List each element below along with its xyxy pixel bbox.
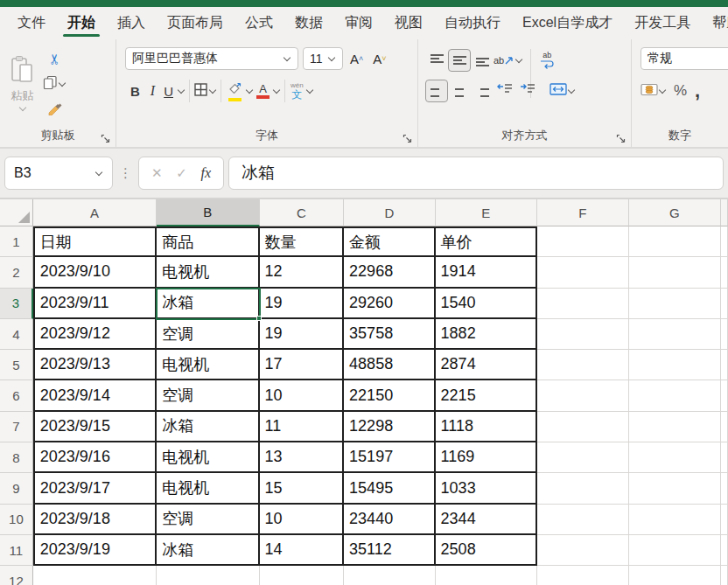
underline-button[interactable]: U — [160, 82, 177, 101]
cell-D2[interactable]: 22968 — [344, 257, 436, 288]
tab-help[interactable]: 帮助 — [712, 7, 728, 39]
cell-C3[interactable]: 19 — [260, 289, 345, 319]
cell-C11[interactable]: 14 — [260, 535, 345, 566]
name-box[interactable]: B3 — [4, 157, 113, 190]
cell-A6[interactable]: 2023/9/14 — [33, 380, 157, 411]
cell-F4[interactable] — [537, 319, 629, 350]
tab-file[interactable]: 文件 — [18, 7, 46, 39]
cell-F3[interactable] — [537, 289, 628, 319]
align-left-button[interactable] — [425, 80, 448, 102]
align-top-button[interactable] — [425, 49, 448, 72]
grip-dots-icon[interactable]: ⋮ — [117, 165, 134, 181]
cell-B9[interactable]: 电视机 — [157, 473, 259, 504]
cell-G7[interactable] — [629, 412, 721, 442]
tab-page-layout[interactable]: 页面布局 — [167, 7, 223, 39]
increase-font-button[interactable]: A˄ — [347, 51, 366, 67]
cell-E9[interactable]: 1033 — [436, 473, 537, 504]
cell-B6[interactable]: 空调 — [157, 380, 259, 411]
cell-G8[interactable] — [629, 442, 721, 473]
cell-G2[interactable] — [629, 257, 721, 288]
orientation-button[interactable]: ab — [494, 55, 514, 66]
cell-C1[interactable]: 数量 — [260, 226, 345, 257]
enter-button[interactable]: ✓ — [176, 165, 187, 181]
column-header-A[interactable]: A — [33, 199, 157, 226]
cell-F1[interactable] — [537, 226, 629, 257]
font-color-button[interactable]: A — [254, 82, 272, 100]
cell-A9[interactable]: 2023/9/17 — [33, 473, 157, 504]
cell-F2[interactable] — [537, 257, 629, 288]
cell-D12[interactable] — [344, 566, 436, 585]
tab-formulas[interactable]: 公式 — [245, 7, 273, 39]
column-header-F[interactable]: F — [537, 199, 629, 226]
tab-automate[interactable]: 自动执行 — [444, 7, 500, 39]
cell-A3[interactable]: 2023/9/11 — [33, 289, 157, 319]
tab-excel-self-study[interactable]: Excel自学成才 — [522, 7, 612, 39]
cell-F7[interactable] — [537, 412, 629, 442]
cell-C12[interactable] — [260, 566, 345, 585]
row-header-5[interactable]: 5 — [0, 350, 33, 380]
number-format-select[interactable]: 常规 — [640, 47, 728, 70]
cell-F11[interactable] — [537, 535, 629, 566]
cell-A1[interactable]: 日期 — [33, 226, 157, 257]
cancel-button[interactable]: ✕ — [151, 165, 163, 181]
column-header-G[interactable]: G — [629, 199, 721, 226]
cell-F9[interactable] — [537, 473, 629, 504]
cell-C4[interactable]: 19 — [260, 319, 345, 350]
cell-F5[interactable] — [537, 350, 629, 380]
tab-developer[interactable]: 开发工具 — [634, 7, 690, 39]
row-header-6[interactable]: 6 — [0, 380, 33, 411]
cell-B5[interactable]: 电视机 — [157, 350, 259, 380]
tab-data[interactable]: 数据 — [295, 7, 323, 39]
column-header-B[interactable]: B — [157, 199, 259, 226]
cell-G1[interactable] — [629, 226, 721, 257]
cell-F6[interactable] — [537, 380, 629, 411]
cell-G9[interactable] — [629, 473, 721, 504]
cell-G11[interactable] — [629, 535, 721, 566]
cell-A8[interactable]: 2023/9/16 — [33, 442, 157, 473]
cell-D8[interactable]: 15197 — [344, 442, 436, 473]
row-header-8[interactable]: 8 — [0, 442, 33, 473]
accounting-format-button[interactable] — [640, 83, 667, 100]
cell-D3[interactable]: 29260 — [344, 289, 436, 319]
cell-D5[interactable]: 48858 — [344, 350, 436, 380]
phonetic-button[interactable]: wén 文 — [289, 82, 305, 100]
cell-B3[interactable]: 冰箱 — [157, 289, 259, 319]
cell-E5[interactable]: 2874 — [436, 350, 537, 380]
font-name-select[interactable]: 阿里巴巴普惠体 — [125, 47, 298, 70]
cell-C5[interactable]: 17 — [260, 350, 345, 380]
row-header-9[interactable]: 9 — [0, 473, 33, 504]
cell-D10[interactable]: 23440 — [344, 505, 436, 535]
cell-D9[interactable]: 15495 — [344, 473, 436, 504]
cell-A12[interactable] — [33, 566, 157, 585]
cell-G4[interactable] — [629, 319, 721, 350]
column-header-D[interactable]: D — [344, 199, 436, 226]
bold-button[interactable]: B — [125, 82, 145, 101]
cell-F8[interactable] — [537, 442, 629, 473]
fill-color-button[interactable] — [225, 80, 245, 102]
cell-B8[interactable]: 电视机 — [157, 442, 259, 473]
tab-insert[interactable]: 插入 — [117, 7, 145, 39]
tab-view[interactable]: 视图 — [395, 7, 423, 39]
cell-E11[interactable]: 2508 — [436, 535, 537, 566]
decrease-font-button[interactable]: A˅ — [370, 51, 388, 67]
tab-home[interactable]: 开始 — [67, 7, 95, 39]
cell-F10[interactable] — [537, 505, 629, 535]
cell-C9[interactable]: 15 — [260, 473, 345, 504]
cell-A10[interactable]: 2023/9/18 — [33, 505, 157, 535]
cell-G6[interactable] — [629, 380, 721, 411]
cell-B7[interactable]: 冰箱 — [157, 412, 259, 442]
align-right-button[interactable] — [471, 80, 494, 102]
cell-B11[interactable]: 冰箱 — [157, 535, 259, 566]
italic-button[interactable]: I — [145, 81, 160, 101]
copy-button[interactable] — [43, 74, 66, 94]
cell-D6[interactable]: 22150 — [344, 380, 436, 411]
comma-style-button[interactable]: , — [694, 80, 701, 102]
cell-B2[interactable]: 电视机 — [157, 257, 259, 288]
cell-C7[interactable]: 11 — [260, 412, 345, 442]
cell-E4[interactable]: 1882 — [436, 319, 537, 350]
cell-C8[interactable]: 13 — [260, 442, 345, 473]
row-header-3[interactable]: 3 — [0, 289, 33, 319]
percent-style-button[interactable]: % — [674, 82, 687, 100]
column-header-E[interactable]: E — [436, 199, 537, 226]
cell-C6[interactable]: 10 — [260, 380, 345, 411]
